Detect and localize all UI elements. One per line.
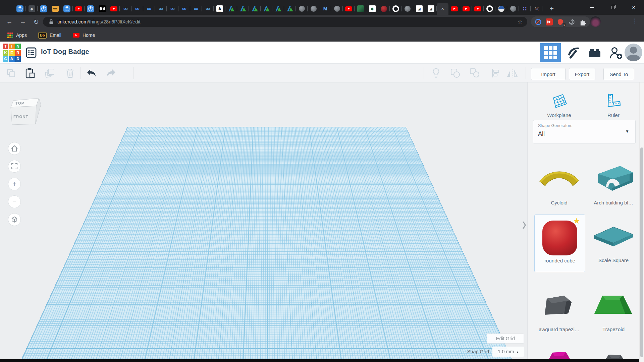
tab-youtube[interactable] <box>73 3 85 15</box>
copy-button[interactable] <box>4 66 18 80</box>
extensions-puzzle-icon[interactable] <box>579 18 587 26</box>
tab-github[interactable] <box>484 3 495 15</box>
tab-tinkercad[interactable]: T <box>61 3 73 15</box>
tab-tinkercad[interactable]: T <box>38 3 49 15</box>
tab-autodesk[interactable] <box>261 3 272 15</box>
address-bar[interactable]: tinkercad.com/things/28n6PJltXcK/edit ☆ <box>43 17 527 27</box>
tab-globe[interactable] <box>507 3 519 15</box>
tab-youtube[interactable] <box>448 3 460 15</box>
bookmark-star-icon[interactable]: ☆ <box>518 18 523 25</box>
zoom-out-button[interactable]: − <box>8 195 21 208</box>
redo-button[interactable] <box>104 66 118 80</box>
snap-grid-select[interactable]: 1.0 mm ▴ <box>492 347 524 357</box>
shape-item-rounded-cube[interactable]: ★ rounded cube <box>534 215 585 272</box>
blocks-view-button[interactable] <box>540 43 561 62</box>
duplicate-button[interactable] <box>43 66 57 80</box>
tab-youtube[interactable] <box>472 3 484 15</box>
tab-globe[interactable] <box>331 3 343 15</box>
tab-robot[interactable] <box>49 3 61 15</box>
brick-export-button[interactable] <box>584 43 605 62</box>
viewcube-top-label[interactable]: TOP <box>15 101 24 105</box>
shape-item-cycloid[interactable]: Cycloid <box>534 157 585 215</box>
tab-active[interactable]: × <box>437 3 448 15</box>
import-button[interactable]: Import <box>531 68 566 80</box>
bookmark-apps[interactable]: Apps <box>7 33 27 38</box>
panel-collapse-handle[interactable]: › <box>521 210 527 238</box>
send-to-button[interactable]: Send To <box>603 68 634 80</box>
align-button[interactable] <box>488 66 502 80</box>
delete-button[interactable] <box>63 66 77 80</box>
tab-tinkercad[interactable]: T <box>85 3 96 15</box>
tab-globe[interactable] <box>401 3 413 15</box>
view-cube[interactable] <box>9 91 43 129</box>
tab-mbit[interactable]: M <box>319 3 331 15</box>
ruler-tool[interactable]: Ruler <box>593 87 634 118</box>
tab-green[interactable] <box>355 3 366 15</box>
perspective-toggle-button[interactable] <box>8 213 21 226</box>
tab-tinkercad[interactable]: T <box>14 3 26 15</box>
skip-extension-icon[interactable] <box>545 18 553 26</box>
tab-github[interactable] <box>390 3 401 15</box>
scrollbar-thumb[interactable] <box>640 147 643 357</box>
edit-grid-button[interactable]: Edit Grid <box>487 334 524 344</box>
tab-co[interactable]: ∞ <box>155 3 167 15</box>
tab-autodesk[interactable] <box>249 3 261 15</box>
tab-globe[interactable] <box>296 3 308 15</box>
ungroup-button[interactable] <box>468 66 482 80</box>
shape-item-trapezoid[interactable]: Trapezoid <box>588 284 639 341</box>
tab-co[interactable]: ∞ <box>202 3 214 15</box>
swirl-extension-icon[interactable] <box>568 18 576 26</box>
tab-autodesk[interactable] <box>237 3 249 15</box>
tab-diamond[interactable]: ◆ <box>366 3 378 15</box>
tab-globe[interactable] <box>308 3 319 15</box>
window-close-button[interactable]: × <box>623 0 644 15</box>
minecraft-export-button[interactable] <box>563 43 584 62</box>
tab-doc[interactable]: ◢ <box>425 3 437 15</box>
tinkercad-logo[interactable]: TINKERCAD <box>3 44 21 62</box>
zoom-in-button[interactable]: + <box>8 178 21 190</box>
tab-autodesk[interactable] <box>284 3 296 15</box>
tab-co[interactable]: ∞ <box>167 3 178 15</box>
tab-co[interactable]: ∞ <box>178 3 190 15</box>
viewcube-front-label[interactable]: FRONT <box>13 115 29 119</box>
tab-gray3d[interactable]: ◆ <box>26 3 38 15</box>
adblock-extension-icon[interactable] <box>534 18 542 26</box>
viewport[interactable]: TOP FRONT + − › Edit Grid Snap Grid 1.0 … <box>0 82 527 362</box>
tab-autodesk[interactable] <box>225 3 237 15</box>
tab-co[interactable]: ∞ <box>143 3 155 15</box>
collaborate-button[interactable] <box>606 43 627 62</box>
shape-item-awquard-trapezoid[interactable]: awquard trapezi… <box>534 284 585 341</box>
tab-youtube[interactable] <box>108 3 120 15</box>
shape-generators-dropdown[interactable]: Shape Generators All ▼ <box>533 120 636 143</box>
shape-item-scale-square[interactable]: Scale Square <box>588 215 639 272</box>
design-list-button[interactable] <box>25 46 38 59</box>
tab-co[interactable]: ∞ <box>131 3 143 15</box>
tab-co[interactable]: ∞ <box>120 3 131 15</box>
tab-doc[interactable]: ◢ <box>413 3 425 15</box>
tab-autodesk[interactable] <box>272 3 284 15</box>
mirror-button[interactable] <box>505 66 519 80</box>
workplane-grid[interactable] <box>0 127 527 362</box>
export-button[interactable]: Export <box>569 68 595 80</box>
user-avatar[interactable] <box>625 44 642 61</box>
bookmark-email[interactable]: Bb Email <box>38 32 61 39</box>
group-button[interactable] <box>448 66 462 80</box>
show-all-button[interactable] <box>429 66 443 80</box>
forward-button[interactable]: → <box>17 17 28 27</box>
tab-youtube[interactable] <box>343 3 355 15</box>
browser-menu-icon[interactable]: ⋮ <box>632 17 638 24</box>
back-button[interactable]: ← <box>4 17 15 27</box>
favorite-star-icon[interactable]: ★ <box>573 216 580 226</box>
tab-co[interactable]: ∞ <box>190 3 202 15</box>
window-minimize-button[interactable] <box>582 0 602 15</box>
browser-profile-avatar[interactable] <box>590 16 601 27</box>
window-restore-button[interactable] <box>602 0 623 15</box>
tab-bluebadge[interactable] <box>495 3 507 15</box>
shape-item-arch-building-block[interactable]: Arch building bl… <box>588 157 639 215</box>
panel-scrollbar[interactable] <box>639 82 644 362</box>
tab-netext[interactable]: N( <box>531 3 542 15</box>
design-title[interactable]: IoT Dog Badge <box>41 48 89 56</box>
tab-youtube[interactable] <box>460 3 472 15</box>
paste-button[interactable] <box>23 66 37 80</box>
tab-amazon[interactable]: a <box>214 3 225 15</box>
